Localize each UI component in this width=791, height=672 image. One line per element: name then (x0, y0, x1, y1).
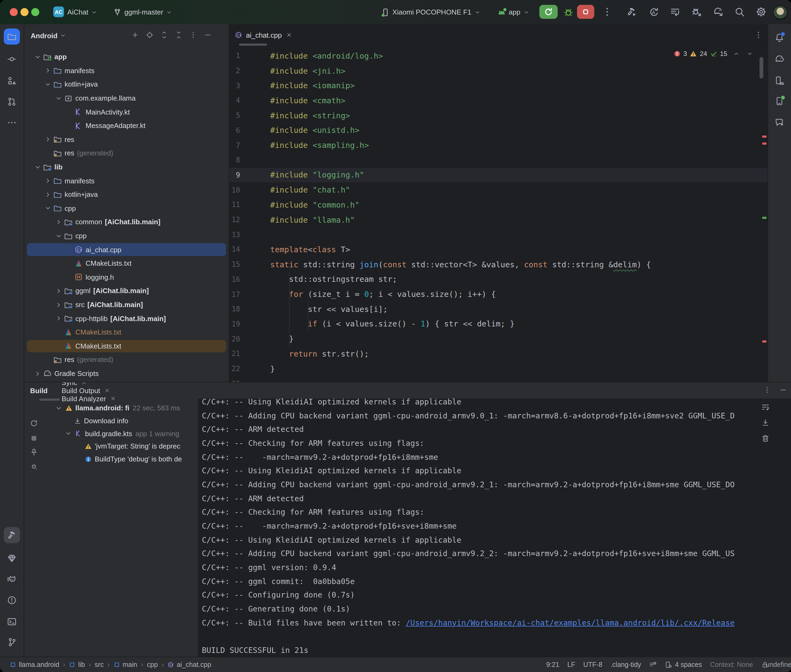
tool-strip-build-optimizer-button[interactable] (4, 572, 20, 588)
status-context[interactable]: Context: None (710, 661, 753, 669)
project-tree-item[interactable]: common[AiChat.lib.main] (24, 215, 229, 229)
status-indent-options[interactable]: 4 spaces (665, 661, 702, 669)
editor-tab-ai-chat-cpp[interactable]: C ai_chat.cpp (229, 24, 298, 46)
project-tree-item[interactable]: logging.h (24, 270, 229, 284)
tool-strip-pull-requests-button[interactable] (4, 94, 20, 110)
stop-button[interactable] (577, 5, 594, 19)
project-tree-item[interactable]: kotlin+java (24, 188, 229, 202)
code-line-19[interactable]: 19 if (i < values.size() - 1) { str << d… (229, 317, 768, 331)
expand-all-icon[interactable] (160, 31, 168, 39)
chevron-right-icon[interactable] (44, 136, 52, 143)
chevron-down-icon[interactable] (34, 53, 42, 61)
stop-square-icon[interactable] (30, 434, 38, 443)
status-clang-tidy[interactable]: .clang-tidy (610, 661, 641, 669)
hide-panel-icon[interactable] (204, 31, 212, 39)
build-tree-item[interactable]: BuildType 'debug' is both de (43, 453, 198, 466)
project-tree-item[interactable]: Cai_chat.cpp (24, 243, 229, 256)
project-tree-item[interactable]: app (24, 50, 229, 64)
project-tree-item[interactable]: src[AiChat.lib.main] (24, 298, 229, 312)
chevron-right-icon[interactable] (55, 315, 63, 322)
status-caret-position[interactable]: 9:21 (546, 661, 559, 669)
run-configuration-selector[interactable]: app (497, 0, 529, 24)
build-output-path-link[interactable]: /Users/hanyin/Workspace/ai-chat/examples… (406, 619, 735, 627)
chevron-right-icon[interactable] (55, 287, 63, 295)
project-selector[interactable]: AiChat (67, 0, 98, 24)
search-icon[interactable] (734, 6, 745, 17)
code-line-18[interactable]: 18 str << values[i]; (229, 302, 768, 317)
editor-tab-options-kebab-icon[interactable] (754, 30, 763, 39)
code-line-2[interactable]: 2#include <jni.h> (229, 63, 768, 78)
chevron-right-icon[interactable] (44, 177, 52, 184)
code-line-6[interactable]: 6#include <unistd.h> (229, 123, 768, 138)
bug-attach-icon[interactable] (691, 6, 702, 17)
gradle-sync-icon[interactable] (713, 6, 724, 17)
code-line-12[interactable]: 12#include "llama.h" (229, 212, 768, 227)
code-line-10[interactable]: 10#include "chat.h" (229, 182, 768, 197)
code-area[interactable]: 1#include <android/log.h>2#include <jni.… (229, 48, 768, 382)
chevron-down-icon[interactable] (64, 430, 72, 437)
breadcrumb-item[interactable]: main (114, 661, 137, 669)
chevron-right-icon[interactable] (44, 67, 52, 75)
close-icon[interactable] (286, 32, 292, 38)
chevron-right-icon[interactable] (55, 301, 63, 309)
project-tree-item[interactable]: res (24, 133, 229, 146)
build-tree-item[interactable]: build.gradle.ktsapp 1 warning (43, 427, 198, 440)
close-icon[interactable] (110, 395, 116, 402)
rerun-button[interactable] (539, 5, 558, 19)
build-tab-sync[interactable]: Sync (62, 382, 116, 386)
build-tab-build-output[interactable]: Build Output (62, 386, 116, 395)
tool-strip-device-manager-button[interactable] (771, 73, 788, 89)
build-tree-item[interactable]: Download info (43, 414, 198, 427)
refresh-icon[interactable] (30, 419, 38, 427)
tool-strip-app-quality-insights-button[interactable] (4, 550, 20, 566)
project-tree-item[interactable]: CMakeLists.txt (24, 325, 229, 339)
tool-strip-resource-manager-button[interactable] (4, 73, 20, 89)
editor[interactable]: C ai_chat.cpp 3 24 15 1#include <android… (229, 24, 768, 382)
tool-strip-notifications-button[interactable] (771, 30, 788, 46)
tool-strip-project-button[interactable] (4, 29, 20, 45)
settings-icon[interactable] (756, 6, 767, 17)
options-kebab-icon[interactable] (189, 31, 197, 39)
chevron-down-icon[interactable] (44, 205, 52, 212)
status-inspections-widget[interactable] (649, 661, 657, 669)
project-tree-item[interactable]: cpp (24, 202, 229, 215)
project-tree-item[interactable]: manifests (24, 64, 229, 77)
project-tree-item[interactable]: CMakeLists.txt (24, 339, 229, 353)
project-tree-item[interactable]: kotlin+java (24, 77, 229, 91)
branch-selector[interactable]: ggml-master (113, 0, 173, 24)
code-line-22[interactable]: 22} (229, 361, 768, 376)
project-tree-item[interactable]: com.example.llama (24, 91, 229, 105)
breadcrumb-item[interactable]: src (95, 661, 104, 669)
status-notifications-status[interactable]: undefined (777, 661, 784, 669)
horizontal-scrollbar-thumb[interactable] (239, 43, 267, 46)
code-line-16[interactable]: 16 std::ostringstream str; (229, 272, 768, 286)
build-tree-item[interactable]: llama.android: fi22 sec, 583 ms (43, 402, 198, 414)
project-tree-item[interactable]: lib (24, 160, 229, 174)
close-icon[interactable] (104, 387, 110, 394)
add-icon[interactable] (132, 31, 139, 39)
status-line-separator[interactable]: LF (567, 661, 575, 669)
code-line-3[interactable]: 3#include <iomanip> (229, 78, 768, 93)
softwrap-icon[interactable] (761, 403, 770, 411)
locate-file-icon[interactable] (146, 31, 153, 39)
project-view-selector[interactable]: Android (30, 32, 66, 40)
code-line-20[interactable]: 20 } (229, 331, 768, 346)
project-tree-item[interactable]: ggml[AiChat.lib.main] (24, 284, 229, 298)
build-output-console[interactable]: C/C++: -- Using KleidiAI optimized kerne… (198, 398, 791, 657)
chevron-down-icon[interactable] (55, 405, 63, 412)
code-line-9[interactable]: 9#include "logging.h" (229, 168, 768, 182)
chevron-right-icon[interactable] (55, 218, 63, 226)
code-line-1[interactable]: 1#include <android/log.h> (229, 48, 768, 63)
tool-strip-version-control-button[interactable] (4, 634, 20, 650)
tool-strip-more-tool-windows-button[interactable] (4, 115, 20, 131)
pin-icon[interactable] (30, 448, 38, 457)
tool-strip-gemini-button[interactable] (771, 114, 788, 130)
chevron-right-icon[interactable] (34, 370, 42, 377)
hammer-run-icon[interactable] (627, 6, 637, 17)
code-line-8[interactable]: 8 (229, 153, 768, 168)
project-tree-item[interactable]: cpp-httplib[AiChat.lib.main] (24, 312, 229, 325)
chevron-down-icon[interactable] (55, 232, 63, 240)
code-line-23[interactable]: 23 (229, 376, 768, 382)
tool-strip-gradle-button[interactable] (771, 51, 788, 67)
chevron-down-icon[interactable] (55, 94, 63, 102)
